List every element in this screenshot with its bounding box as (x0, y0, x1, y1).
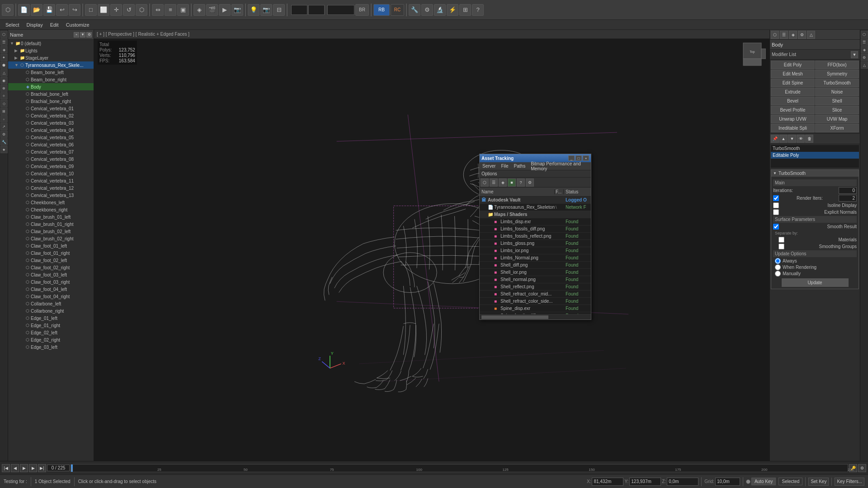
at-tool-5[interactable]: ? (517, 178, 525, 187)
tree-item-37[interactable]: ⬡Collarbone_right (8, 307, 94, 314)
save-btn[interactable]: 💾 (43, 4, 55, 16)
bone-btn[interactable]: ⊟ (273, 4, 285, 16)
left-icon-5[interactable]: ⬟ (0, 61, 8, 69)
tree-item-41[interactable]: ⬡Edge_02_right (8, 336, 94, 343)
tree-item-0[interactable]: ▼📁0 (default) (8, 40, 94, 47)
tree-item-36[interactable]: ⬡Collarbone_left (8, 300, 94, 307)
mirror-btn[interactable]: ⇔ (152, 4, 164, 16)
menu-edit[interactable]: Edit (47, 21, 62, 28)
tree-item-21[interactable]: ⬡Cervical_vertebra_13 (8, 192, 94, 199)
left-icon-2[interactable]: ☰ (0, 38, 8, 46)
always-radio[interactable] (775, 258, 781, 264)
tree-item-32[interactable]: ⬡Claw_foot_03_left (8, 271, 94, 278)
tree-item-2[interactable]: ▶📁StageLayer (8, 54, 94, 61)
y-coord-input[interactable] (629, 478, 661, 486)
mod-shell[interactable]: Shell (815, 97, 859, 105)
at-horizontal-scrollbar[interactable] (480, 314, 591, 319)
tool1-icon[interactable]: 🔧 (409, 4, 420, 16)
tree-filter-btn[interactable]: ▼ (80, 32, 85, 38)
grid-input[interactable] (715, 478, 740, 486)
tree-item-24[interactable]: ⬡Claw_brush_01_left (8, 213, 94, 221)
br-btn[interactable]: BR (355, 4, 369, 16)
mod-slice[interactable]: Slice (815, 106, 859, 114)
left-icon-12[interactable]: ⬦ (0, 115, 8, 122)
at-row-10[interactable]: ■Shell_ior.pngFound (480, 269, 591, 276)
stack-up-icon[interactable]: ▲ (779, 135, 788, 143)
render-setup-btn[interactable]: 🎬 (206, 4, 218, 16)
rp-icon-5[interactable]: △ (807, 31, 815, 39)
rp-icon-4[interactable]: ⚙ (798, 31, 806, 39)
app-icon[interactable]: ⬡ (2, 4, 14, 16)
at-row-2[interactable]: 📁Maps / Shaders (480, 211, 591, 218)
at-tool-4[interactable]: ■ (508, 178, 516, 187)
render-btn[interactable]: ▶ (219, 4, 231, 16)
mod-bevel-profile[interactable]: Bevel Profile (771, 106, 815, 114)
menu-display[interactable]: Display (23, 21, 47, 28)
mod-edit-spine[interactable]: Edit Spine (771, 79, 815, 87)
rp-icon-3[interactable]: ◈ (789, 31, 797, 39)
rotate-btn[interactable]: ↺ (123, 4, 135, 16)
at-menu-paths[interactable]: Paths (511, 163, 528, 169)
rv-icon-1[interactable]: ⬡ (861, 31, 868, 38)
at-row-12[interactable]: ■Shell_reflect.pngFound (480, 283, 591, 291)
tool4-icon[interactable]: ⚡ (447, 4, 458, 16)
tree-item-39[interactable]: ⬡Edge_01_right (8, 322, 94, 329)
rb-icon[interactable]: RB (373, 4, 390, 16)
when-rendering-radio[interactable] (775, 264, 781, 270)
tree-item-12[interactable]: ⬡Cervical_vertebra_04 (8, 127, 94, 134)
res-w-input[interactable]: 1920 (291, 5, 307, 15)
undo-btn[interactable]: ↩ (56, 4, 68, 16)
tree-item-35[interactable]: ⬡Claw_foot_04_right (8, 293, 94, 300)
tree-item-26[interactable]: ⬡Claw_brush_02_left (8, 228, 94, 235)
left-icon-3[interactable]: ◈ (0, 46, 8, 53)
open-btn[interactable]: 📂 (31, 4, 42, 16)
rv-icon-2[interactable]: ☰ (861, 38, 868, 46)
tree-item-9[interactable]: ⬡Cervical_vertebra_01 (8, 105, 94, 112)
tree-item-28[interactable]: ⬡Claw_foot_01_left (8, 242, 94, 249)
rollout-header[interactable]: ▼ TurboSmooth (771, 170, 859, 177)
stack-item-editable-poly[interactable]: Editable Poly (771, 152, 859, 159)
timeline-next-frame-btn[interactable]: ▶ (29, 464, 37, 472)
timeline-track[interactable]: 0255075100125150175200225 (71, 464, 848, 472)
mod-ffd-box[interactable]: FFD(box) (815, 61, 859, 69)
menu-select[interactable]: Select (2, 21, 23, 28)
at-menu-bitmap[interactable]: Bitmap Performance and Memory (528, 160, 591, 172)
mod-bevel[interactable]: Bevel (771, 97, 815, 105)
scale-btn[interactable]: ⬡ (136, 4, 147, 16)
tree-item-20[interactable]: ⬡Cervical_vertebra_12 (8, 184, 94, 192)
at-row-11[interactable]: ■Shell_normal.pngFound (480, 276, 591, 283)
key-filters-button[interactable]: Key Filters... (835, 478, 864, 486)
nav-cube[interactable]: Top (739, 41, 766, 68)
tree-close-btn[interactable]: × (74, 32, 79, 38)
mod-edit-mesh[interactable]: Edit Mesh (771, 70, 815, 78)
x-coord-input[interactable] (592, 478, 623, 486)
at-menu-server[interactable]: Server (480, 163, 498, 169)
tool2-icon[interactable]: ⚙ (421, 4, 433, 16)
at-row-3[interactable]: ■Limbs_disp.exrFound (480, 218, 591, 225)
at-row-13[interactable]: ■Shell_refract_color_mid...Found (480, 291, 591, 298)
rc-icon[interactable]: RC (391, 4, 404, 16)
tree-item-25[interactable]: ⬡Claw_brush_01_right (8, 221, 94, 228)
mod-symmetry[interactable]: Symmetry (815, 70, 859, 78)
tree-item-33[interactable]: ⬡Claw_foot_03_right (8, 278, 94, 286)
at-row-0[interactable]: 🏛Autodesk VaultLogged O (480, 197, 591, 204)
rv-icon-3[interactable]: ◈ (861, 46, 868, 53)
stack-down-icon[interactable]: ▼ (788, 135, 796, 143)
autokey-button[interactable]: Auto Key (751, 478, 776, 485)
tree-item-4[interactable]: ⬡Beam_bone_left (8, 69, 94, 76)
rp-icon-2[interactable]: ☰ (780, 31, 788, 39)
stack-show-icon[interactable]: 👁 (797, 135, 805, 143)
material-btn[interactable]: ◈ (193, 4, 205, 16)
tree-item-29[interactable]: ⬡Claw_foot_01_right (8, 249, 94, 257)
timeline-start-btn[interactable]: |◀ (2, 464, 10, 472)
tree-item-18[interactable]: ⬡Cervical_vertebra_10 (8, 170, 94, 177)
left-icon-8[interactable]: ⊕ (0, 84, 8, 92)
tree-item-30[interactable]: ⬡Claw_foot_02_left (8, 257, 94, 264)
at-tool-6[interactable]: ⚙ (526, 178, 534, 187)
stack-pin-icon[interactable]: 📌 (771, 135, 779, 143)
merge-input[interactable]: Merge... (327, 5, 354, 15)
res-h-input[interactable]: 2048 (308, 5, 325, 15)
left-icon-7[interactable]: ◉ (0, 77, 8, 84)
camera-btn[interactable]: 📷 (260, 4, 272, 16)
at-menu-file[interactable]: File (498, 163, 511, 169)
